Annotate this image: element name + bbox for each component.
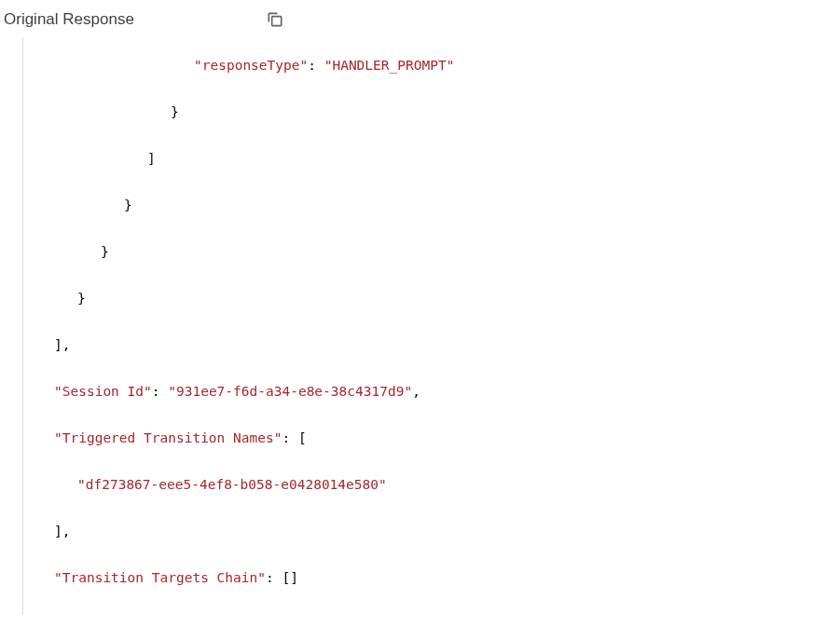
- header: Original Response: [0, 0, 840, 37]
- json-key: "Transition Targets Chain": [54, 570, 266, 585]
- json-string: "HANDLER_PROMPT": [324, 58, 455, 73]
- json-string: "931ee7-f6d-a34-e8e-38c4317d9": [168, 384, 412, 399]
- json-key: "Session Id": [54, 384, 152, 399]
- svg-rect-0: [272, 17, 282, 26]
- code-content: "responseType": "HANDLER_PROMPT" } ] } }…: [23, 37, 840, 615]
- copy-icon[interactable]: [265, 9, 285, 30]
- json-key: "Triggered Transition Names": [54, 430, 282, 445]
- page-title: Original Response: [4, 10, 134, 29]
- code-container: "responseType": "HANDLER_PROMPT" } ] } }…: [22, 37, 840, 615]
- json-string: "df273867-eee5-4ef8-b058-e0428014e580": [77, 477, 387, 492]
- json-key: "responseType": [194, 58, 308, 73]
